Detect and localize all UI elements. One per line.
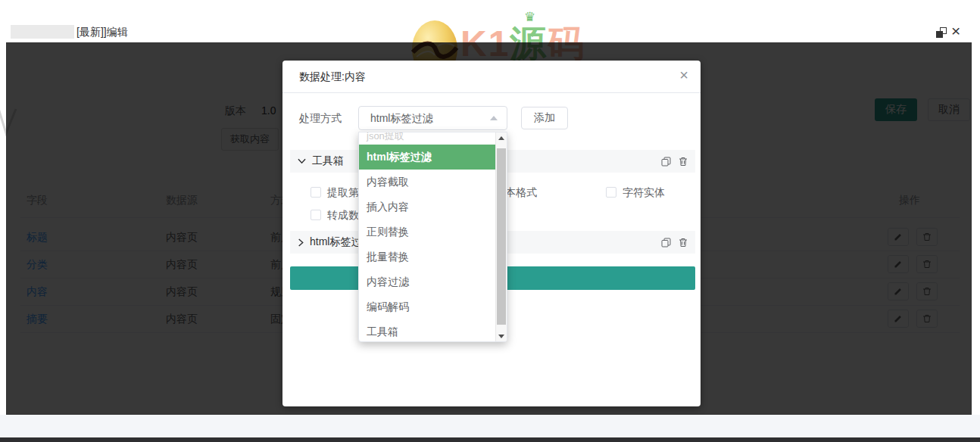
dropdown-item[interactable]: 内容截取: [359, 170, 495, 195]
checkbox-char-entity[interactable]: [606, 187, 616, 198]
scroll-up-icon[interactable]: [496, 132, 507, 143]
dropdown-item[interactable]: 正则替换: [359, 219, 495, 244]
trash-icon[interactable]: [679, 157, 688, 167]
redacted-task-name: [11, 25, 74, 39]
dropdown-item[interactable]: 插入内容: [359, 195, 495, 219]
scroll-down-icon[interactable]: [496, 331, 507, 341]
dropdown-list: json提取 html标签过滤 内容截取 插入内容 正则替换 批量替换 内容过滤…: [359, 132, 495, 342]
footer-bottom-bar: [0, 437, 980, 442]
section-toolbox-label: 工具箱: [312, 154, 344, 168]
dropdown-scrollbar[interactable]: [495, 132, 507, 341]
dropdown-item[interactable]: 批量替换: [359, 244, 495, 269]
dropdown-item-selected[interactable]: html标签过滤: [359, 145, 495, 170]
checkbox-to-array[interactable]: [311, 210, 321, 220]
dialog-header-divider: [282, 92, 701, 93]
checkbox-extract-first[interactable]: [311, 187, 321, 198]
checkbox-char-entity-label: 字符实体: [623, 186, 665, 200]
dropdown-partial-item[interactable]: json提取: [359, 132, 495, 145]
dropdown-item[interactable]: 编码解码: [359, 294, 495, 319]
chevron-up-icon: [490, 116, 498, 120]
dialog-title: 数据处理:内容: [299, 70, 366, 84]
scrollbar-thumb[interactable]: [497, 148, 506, 325]
method-dropdown-panel: json提取 html标签过滤 内容截取 插入内容 正则替换 批量替换 内容过滤…: [358, 132, 507, 342]
copy-icon[interactable]: [661, 157, 671, 167]
method-select[interactable]: html标签过滤: [358, 106, 507, 130]
window-close-icon[interactable]: ×: [951, 23, 960, 39]
chevron-down-icon: [298, 158, 306, 164]
restore-front-square: [936, 31, 943, 38]
method-select-value: html标签过滤: [370, 107, 432, 129]
window-title: [最新]]编辑: [76, 26, 128, 39]
footer-strip: [0, 415, 980, 437]
dropdown-item[interactable]: 内容过滤: [359, 269, 495, 294]
restore-window-icon[interactable]: [936, 27, 947, 38]
chevron-right-icon: [298, 238, 304, 247]
dialog-close-icon[interactable]: ×: [679, 67, 688, 84]
trash-icon[interactable]: [679, 238, 688, 247]
dropdown-item[interactable]: 工具箱: [359, 319, 495, 342]
crown-icon: ♛: [524, 9, 535, 25]
copy-icon[interactable]: [661, 238, 671, 247]
method-label: 处理方式: [299, 112, 342, 126]
add-button[interactable]: 添加: [521, 107, 568, 129]
